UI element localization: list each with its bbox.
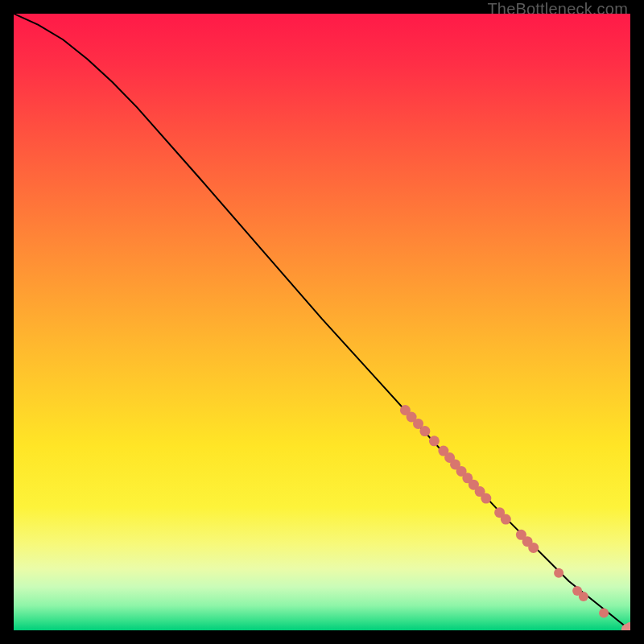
chart-marker: [481, 493, 491, 504]
chart-marker: [625, 622, 631, 630]
chart-markers: [400, 405, 630, 630]
chart-marker: [419, 426, 430, 436]
chart-marker: [579, 592, 588, 601]
chart-curve: [14, 14, 630, 630]
chart-marker: [528, 543, 539, 553]
chart-marker: [599, 609, 609, 618]
chart-marker: [554, 568, 564, 578]
chart-svg: [14, 14, 630, 630]
chart-marker: [501, 514, 511, 525]
chart-marker: [429, 436, 440, 446]
chart-frame: [14, 14, 630, 630]
